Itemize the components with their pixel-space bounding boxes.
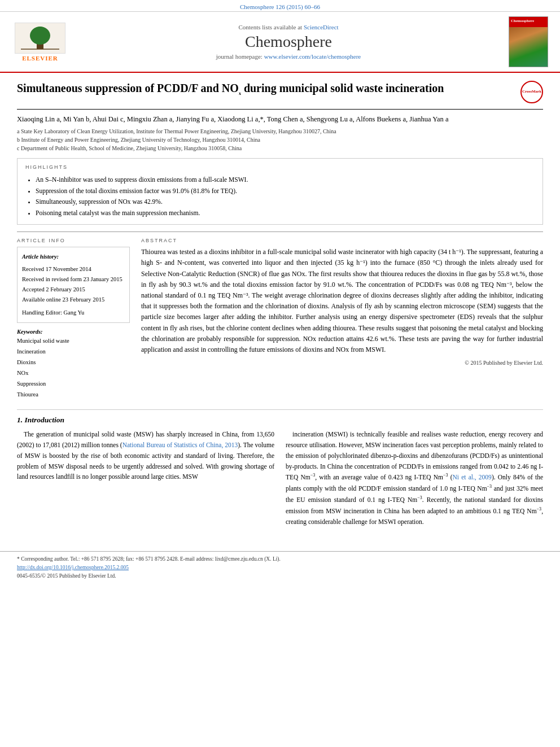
keyword-2: Incineration: [17, 347, 130, 357]
received-date: Received 17 November 2014: [22, 264, 125, 274]
intro-number: 1.: [17, 416, 23, 424]
handling-editor-name: Gang Yu: [64, 309, 85, 316]
authors-list: Xiaoqing Lin a, Mi Yan b, Ahui Dai c, Mi…: [17, 115, 448, 123]
keyword-3: Dioxins: [17, 357, 130, 368]
accepted-date: Accepted 2 February 2015: [22, 285, 125, 295]
introduction-title: 1. Introduction: [17, 416, 543, 425]
ref-national-bureau[interactable]: National Bureau of Statistics of China, …: [123, 442, 238, 448]
keywords-section: Keywords: Municipal solid waste Incinera…: [17, 329, 130, 400]
article-info-label: ARTICLE INFO: [17, 238, 130, 243]
doi-link[interactable]: http://dx.doi.org/10.1016/j.chemosphere.…: [17, 565, 129, 570]
article-title-section: Simultaneous suppression of PCDD/F and N…: [17, 81, 543, 110]
keyword-5: Suppression: [17, 379, 130, 390]
journal-header-center: Contents lists available at ScienceDirec…: [77, 16, 500, 67]
article-title: Simultaneous suppression of PCDD/F and N…: [17, 81, 515, 97]
footer-doi: http://dx.doi.org/10.1016/j.chemosphere.…: [17, 563, 543, 572]
intro-col-right: incineration (MSWI) is technically feasi…: [286, 429, 543, 531]
main-content: Simultaneous suppression of PCDD/F and N…: [0, 73, 560, 542]
science-direct-link: Contents lists available at ScienceDirec…: [238, 24, 338, 30]
available-online-date: Available online 23 February 2015: [22, 295, 125, 305]
highlights-label: HIGHLIGHTS: [25, 164, 535, 170]
journal-cover-area: Chemosphere: [506, 16, 551, 67]
abstract-text: Thiourea was tested as a dioxins inhibit…: [141, 247, 543, 355]
intro-col-left: The generation of municipal solid waste …: [17, 429, 274, 531]
info-abstract-columns: ARTICLE INFO Article history: Received 1…: [17, 231, 543, 400]
abstract-column: ABSTRACT Thiourea was tested as a dioxin…: [141, 238, 543, 400]
received-revised-date: Received in revised form 23 January 2015: [22, 274, 125, 285]
homepage-url[interactable]: www.elsevier.com/locate/chemosphere: [264, 53, 361, 60]
keywords-list: Municipal solid waste Incineration Dioxi…: [17, 336, 130, 400]
journal-citation: Chemosphere 126 (2015) 60–66: [240, 3, 320, 10]
intro-title: Introduction: [25, 416, 65, 424]
highlight-item-2: Suppression of the total dioxins emissio…: [36, 186, 535, 197]
crossmark-label: CrossMark: [522, 90, 541, 94]
title-part1: Simultaneous suppression of PCDD/F and N…: [17, 82, 239, 94]
cover-label: Chemosphere: [511, 19, 534, 23]
authors-section: Xiaoqing Lin a, Mi Yan b, Ahui Dai c, Mi…: [17, 115, 543, 124]
corresponding-author-info: * Corresponding author. Tel.: +86 571 87…: [17, 555, 543, 563]
journal-name: Chemosphere: [245, 33, 332, 51]
highlight-item-1: An S–N-inhibitor was used to suppress di…: [36, 174, 535, 186]
intro-left-para1: The generation of municipal solid waste …: [17, 429, 274, 483]
affiliation-a: a State Key Laboratory of Clean Energy U…: [17, 127, 543, 136]
footer-issn: 0045-6535/© 2015 Published by Elsevier L…: [17, 572, 543, 580]
intro-right-para1: incineration (MSWI) is technically feasi…: [286, 429, 543, 527]
intro-columns: The generation of municipal solid waste …: [17, 429, 543, 531]
keyword-6: Thiourea: [17, 390, 130, 400]
journal-homepage: journal homepage: www.elsevier.com/locat…: [216, 53, 361, 60]
svg-point-3: [38, 27, 42, 31]
elsevier-logo-area: ELSEVIER: [9, 16, 71, 67]
journal-header: ELSEVIER Contents lists available at Sci…: [0, 12, 560, 73]
highlights-list: An S–N-inhibitor was used to suppress di…: [25, 174, 535, 219]
handling-editor-line: Handling Editor: Gang Yu: [22, 308, 125, 318]
science-direct-anchor[interactable]: ScienceDirect: [304, 24, 339, 30]
keyword-4: NOx: [17, 368, 130, 379]
highlight-item-4: Poisoning metal catalyst was the main su…: [36, 208, 535, 219]
history-title: Article history:: [22, 252, 125, 262]
publisher-name: ELSEVIER: [22, 55, 58, 62]
highlight-item-3: Simultaneously, suppression of NOx was 4…: [36, 196, 535, 208]
affiliation-c: c Department of Public Health, School of…: [17, 144, 543, 152]
affiliation-b: b Institute of Energy and Power Engineer…: [17, 136, 543, 144]
page-wrapper: Chemosphere 126 (2015) 60–66: [0, 0, 560, 747]
crossmark-badge: CrossMark: [520, 81, 543, 103]
journal-citation-bar: Chemosphere 126 (2015) 60–66: [0, 0, 560, 12]
handling-editor-label: Handling Editor:: [22, 309, 62, 316]
copyright-line: © 2015 Published by Elsevier Ltd.: [141, 360, 543, 366]
keywords-title: Keywords:: [17, 329, 130, 335]
highlights-box: HIGHLIGHTS An S–N-inhibitor was used to …: [17, 158, 543, 225]
elsevier-logo: ELSEVIER: [15, 23, 65, 62]
introduction-section: 1. Introduction The generation of munici…: [17, 409, 543, 531]
elsevier-logo-image: [15, 23, 65, 54]
page-footer: * Corresponding author. Tel.: +86 571 87…: [0, 551, 560, 584]
affiliations-section: a State Key Laboratory of Clean Energy U…: [17, 127, 543, 152]
journal-cover-image: Chemosphere: [509, 16, 548, 67]
article-info-column: ARTICLE INFO Article history: Received 1…: [17, 238, 130, 400]
abstract-label: ABSTRACT: [141, 238, 543, 243]
homepage-label: journal homepage:: [216, 53, 262, 60]
contents-label: Contents lists available at: [238, 24, 302, 30]
ref-ni-2009[interactable]: Ni et al., 2009: [452, 474, 491, 480]
title-part2: during municipal solid waste incineratio…: [241, 82, 444, 94]
keyword-1: Municipal solid waste: [17, 336, 130, 347]
article-info-box: Article history: Received 17 November 20…: [17, 247, 130, 323]
